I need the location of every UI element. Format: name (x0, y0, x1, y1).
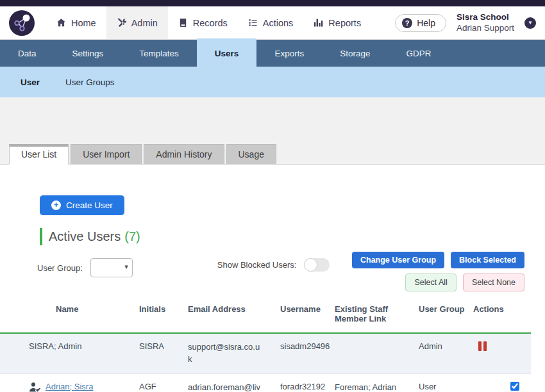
active-users-header: Active Users (7) (40, 228, 545, 245)
nav-item-label: Admin (131, 18, 158, 28)
tab-user-list[interactable]: User List (9, 144, 69, 165)
users-table: Name Initials Email Address Username Exi… (0, 300, 531, 392)
col-staff-link: Existing Staff Member Link (335, 300, 419, 323)
sub-nav-user[interactable]: User (21, 78, 40, 87)
user-name-cell: SISRA; Admin (29, 341, 139, 351)
user-initials: AGF (139, 382, 188, 391)
blue-nav-label: Storage (340, 49, 370, 58)
nav-item-actions[interactable]: Actions (238, 6, 304, 39)
nav-item-admin[interactable]: Admin (106, 6, 168, 39)
change-user-group-button[interactable]: Change User Group (352, 252, 444, 268)
nav-item-label: Reports (328, 18, 361, 28)
brand-strip (0, 0, 545, 6)
person-check-icon (29, 382, 42, 392)
user-group: Admin (419, 341, 473, 351)
user-email: adrian.foreman@live.co.uk (188, 382, 269, 392)
user-group-label: User Group: (37, 263, 83, 273)
chevron-down-icon: ▼ (528, 20, 533, 26)
question-icon: ? (402, 18, 412, 28)
section-title: Active Users (49, 229, 121, 244)
page-background (0, 97, 545, 142)
user-email: support@sisra.co.uk (188, 341, 269, 366)
show-blocked-label: Show Blocked Users: (217, 260, 297, 270)
nav-item-label: Home (71, 18, 96, 28)
tasks-icon (248, 18, 258, 28)
select-all-button[interactable]: Select All (405, 274, 456, 291)
table-row: Adrian; Sisra AGF adrian.foreman@live.co… (0, 374, 531, 392)
block-selected-button[interactable]: Block Selected (451, 252, 524, 268)
help-button[interactable]: ? Help (395, 14, 446, 32)
top-navigation: Home Admin Records Actions Reports ? Hel… (0, 6, 545, 40)
user-name-link[interactable]: Adrian; Sisra (46, 382, 93, 391)
sub-nav-user-groups[interactable]: User Groups (65, 78, 115, 87)
user-staff-link: Foreman; Adrian (AGF) - 000001 (335, 382, 408, 392)
pause-block-icon[interactable] (473, 341, 487, 351)
top-right-controls: ? Help Sisra School Adrian Support ▼ (395, 12, 536, 34)
user-actions-cell (473, 382, 531, 392)
users-sub-nav: User User Groups (0, 67, 545, 97)
home-icon (56, 18, 66, 28)
user-name: SISRA; Admin (29, 341, 81, 351)
create-user-button[interactable]: + Create User (40, 195, 124, 215)
blue-nav-exports[interactable]: Exports (256, 40, 322, 67)
tab-user-import[interactable]: User Import (71, 144, 142, 164)
blue-nav-gdpr[interactable]: GDPR (388, 40, 449, 67)
user-group: User (419, 382, 473, 391)
select-none-button[interactable]: Select None (463, 274, 524, 291)
user-username: sisadm29496 (280, 341, 335, 351)
help-label: Help (417, 18, 435, 28)
blue-nav-templates[interactable]: Templates (121, 40, 197, 67)
nav-item-records[interactable]: Records (168, 6, 238, 39)
col-name: Name (29, 300, 139, 323)
col-initials: Initials (139, 300, 188, 323)
user-initials: SISRA (139, 341, 188, 351)
nav-item-home[interactable]: Home (46, 6, 106, 39)
col-username: Username (280, 300, 335, 323)
nav-item-label: Actions (263, 18, 294, 28)
section-count: (7) (124, 229, 140, 244)
user-name-cell: Adrian; Sisra (29, 382, 139, 392)
row-select-checkbox[interactable] (510, 382, 519, 391)
user-group-select[interactable] (90, 258, 133, 277)
user-list-panel: + Create User Active Users (7) User Grou… (0, 165, 545, 392)
account-menu-button[interactable]: ▼ (524, 17, 536, 29)
blue-nav-label: Exports (274, 49, 304, 58)
sisra-logo[interactable] (9, 10, 35, 36)
col-email: Email Address (188, 300, 280, 323)
section-accent-bar (40, 228, 42, 245)
blue-nav-label: Settings (72, 49, 104, 58)
admin-section-nav: Data Settings Templates Users Exports St… (0, 40, 545, 67)
blue-nav-label: Users (215, 49, 239, 58)
table-header-row: Name Initials Email Address Username Exi… (0, 300, 531, 334)
bulk-actions: Change User Group Block Selected Select … (352, 252, 524, 291)
chart-icon (314, 18, 323, 28)
primary-nav: Home Admin Records Actions Reports (46, 6, 371, 39)
col-user-group: User Group (419, 300, 473, 323)
create-user-label: Create User (66, 200, 113, 210)
tools-icon (117, 18, 126, 28)
nav-item-reports[interactable]: Reports (303, 6, 371, 39)
nav-item-label: Records (193, 18, 228, 28)
filter-row: User Group: ▾ Show Blocked Users: Change… (0, 252, 545, 291)
tab-usage[interactable]: Usage (226, 144, 276, 164)
blue-nav-users[interactable]: Users (197, 38, 257, 67)
plus-circle-icon: + (51, 200, 61, 210)
user-actions-cell (473, 341, 531, 353)
blue-nav-label: Data (18, 49, 37, 58)
toggle-knob (304, 258, 317, 272)
col-actions: Actions (473, 300, 531, 323)
school-name: Sisra School (457, 12, 514, 23)
blue-nav-settings[interactable]: Settings (55, 40, 122, 67)
user-username: foradr32192 (280, 382, 335, 391)
account-user-name: Adrian Support (457, 23, 514, 34)
tab-admin-history[interactable]: Admin History (144, 144, 224, 164)
user-tabs: User List User Import Admin History Usag… (0, 142, 545, 165)
account-info: Sisra School Adrian Support (457, 12, 514, 34)
table-row: SISRA; Admin SISRA support@sisra.co.uk s… (0, 334, 531, 374)
blue-nav-data[interactable]: Data (0, 40, 55, 67)
show-blocked-toggle[interactable] (304, 258, 330, 272)
blue-nav-label: GDPR (406, 49, 431, 58)
user-group-filter: User Group: ▾ (37, 258, 133, 277)
book-icon (178, 18, 188, 28)
blue-nav-storage[interactable]: Storage (322, 40, 388, 67)
